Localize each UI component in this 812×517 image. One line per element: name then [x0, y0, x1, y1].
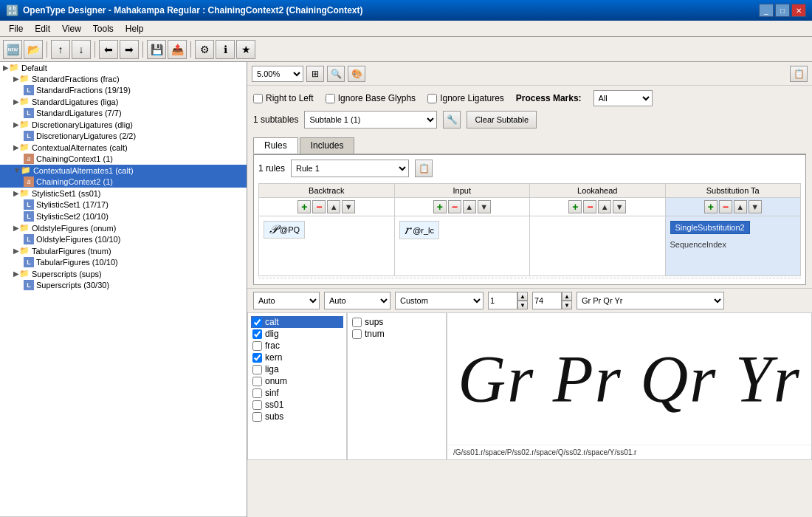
undo-button[interactable]: ↑: [51, 40, 70, 59]
spin-up-1[interactable]: ▲: [517, 292, 528, 301]
rule-icon-button[interactable]: 📋: [415, 160, 433, 177]
zoom-select[interactable]: 5.00% 10.00% 25.00% 50.00% 100.00%: [252, 66, 303, 82]
menu-help[interactable]: Help: [120, 22, 150, 35]
tree-item[interactable]: ▶ 📁OldstyleFigures (onum): [0, 222, 247, 233]
tree-item[interactable]: ▶ 📁ContextualAlternates (calt): [0, 142, 247, 153]
feature-item-calt[interactable]: calt: [251, 316, 343, 328]
feature-item-liga[interactable]: liga: [251, 363, 343, 375]
input-glyph-tag[interactable]: 𝑟 @r_lc: [399, 221, 440, 239]
tree-item[interactable]: ▼ 📁ContextualAlternates1 (calt): [0, 165, 247, 176]
tree-item[interactable]: LDiscretionaryLigatures (2/2): [0, 130, 247, 142]
subtable-icon-button[interactable]: 🔧: [443, 111, 461, 129]
ignore-ligatures-checkbox[interactable]: Ignore Ligatures: [427, 93, 504, 103]
menu-view[interactable]: View: [56, 22, 87, 35]
input-down-button[interactable]: ▼: [478, 200, 491, 213]
fit-button[interactable]: ⊞: [306, 66, 324, 82]
tree-item[interactable]: ▶ 📁StandardLigatures (liga): [0, 96, 247, 107]
tree-item[interactable]: LStandardLigatures (7/7): [0, 107, 247, 119]
ignore-base-glyphs-checkbox[interactable]: Ignore Base Glyphs: [326, 93, 416, 103]
tree-item[interactable]: ▶ 📁Default: [0, 62, 247, 73]
tree-item[interactable]: ▶ 📁StandardFractions (frac): [0, 73, 247, 84]
minimize-button[interactable]: _: [759, 4, 774, 17]
close-button[interactable]: ✕: [791, 4, 806, 17]
lookahead-add-button[interactable]: +: [568, 200, 582, 213]
ot-row2: 1 subtables Subtable 1 (1) 🔧 Clear Subta…: [253, 111, 806, 129]
zoom-in-button[interactable]: 🔍: [327, 66, 345, 82]
backtrack-remove-button[interactable]: −: [312, 200, 326, 213]
sub-add-button[interactable]: +: [704, 200, 718, 213]
tree-item[interactable]: ▶ 📁TabularFigures (tnum): [0, 245, 247, 256]
info-button[interactable]: ℹ: [216, 40, 235, 59]
tree-item[interactable]: LStylisticSet2 (10/10): [0, 210, 247, 222]
tree-area[interactable]: ▶ 📁Default▶ 📁StandardFractions (frac)LSt…: [0, 62, 247, 517]
tree-item[interactable]: LStylisticSet1 (17/17): [0, 199, 247, 210]
spin-down-1[interactable]: ▼: [517, 301, 528, 309]
feature-item-sinf[interactable]: sinf: [251, 387, 343, 399]
text-value-select[interactable]: Gr Pr Qr Yr: [577, 292, 724, 309]
star-button[interactable]: ★: [236, 40, 255, 59]
backtrack-add-button[interactable]: +: [297, 200, 311, 213]
substitution-glyph-tag[interactable]: SingleSubstitution2: [670, 221, 750, 234]
feature-item-sups[interactable]: sups: [351, 316, 443, 328]
dropdown-2[interactable]: Auto: [324, 292, 390, 309]
tree-item[interactable]: LSuperscripts (30/30): [0, 279, 247, 291]
save-button[interactable]: 💾: [147, 40, 166, 59]
clear-subtable-button[interactable]: Clear Subtable: [467, 111, 537, 129]
backtrack-up-button[interactable]: ▲: [327, 200, 340, 213]
panel-toggle-button[interactable]: 📋: [790, 66, 808, 82]
tree-item[interactable]: LTabularFigures (10/10): [0, 256, 247, 268]
input-add-button[interactable]: +: [433, 200, 447, 213]
spin-down-2[interactable]: ▼: [562, 301, 572, 309]
window-controls[interactable]: _ □ ✕: [759, 4, 806, 17]
tree-item[interactable]: ▶ 📁DiscretionaryLigatures (dlig): [0, 119, 247, 130]
spin-input-1[interactable]: [488, 292, 517, 309]
back-button[interactable]: ⬅: [99, 40, 118, 59]
tree-item[interactable]: LStandardFractions (19/19): [0, 84, 247, 96]
new-button[interactable]: 🆕: [3, 40, 22, 59]
spin-up-2[interactable]: ▲: [562, 292, 572, 301]
sub-down-button[interactable]: ▼: [749, 200, 762, 213]
feature-item-onum[interactable]: onum: [251, 375, 343, 387]
color-button[interactable]: 🎨: [348, 66, 365, 82]
feature-item-frac[interactable]: frac: [251, 340, 343, 352]
feature-item-subs[interactable]: subs: [251, 411, 343, 422]
tree-item[interactable]: LOldstyleFigures (10/10): [0, 233, 247, 245]
input-up-button[interactable]: ▲: [463, 200, 476, 213]
sub-up-button[interactable]: ▲: [734, 200, 747, 213]
lookahead-down-button[interactable]: ▼: [613, 200, 626, 213]
tab-includes[interactable]: Includes: [300, 137, 355, 154]
backtrack-down-button[interactable]: ▼: [342, 200, 355, 213]
lookahead-up-button[interactable]: ▲: [598, 200, 611, 213]
feature-item-tnum[interactable]: tnum: [351, 328, 443, 340]
forward-button[interactable]: ➡: [120, 40, 139, 59]
feature-item-kern[interactable]: kern: [251, 352, 343, 363]
dropdown-1[interactable]: Auto: [253, 292, 320, 309]
subtable-select[interactable]: Subtable 1 (1): [304, 111, 437, 129]
sub-remove-button[interactable]: −: [719, 200, 732, 213]
feature-item-dlig[interactable]: dlig: [251, 328, 343, 340]
tree-item[interactable]: aChainingContext1 (1): [0, 153, 247, 165]
menu-tools[interactable]: Tools: [87, 22, 120, 35]
open-button[interactable]: 📂: [24, 40, 43, 59]
settings-button[interactable]: ⚙: [195, 40, 214, 59]
maximize-button[interactable]: □: [775, 4, 790, 17]
tree-item[interactable]: ▶ 📁Superscripts (sups): [0, 268, 247, 279]
redo-button[interactable]: ↓: [72, 40, 91, 59]
rule-select[interactable]: Rule 1: [291, 160, 409, 177]
tree-item[interactable]: ▶ 📁StylisticSet1 (ss01): [0, 188, 247, 199]
spin-input-2[interactable]: [532, 292, 562, 309]
feature-list-left[interactable]: calt dlig frac kern liga onum sinf ss01 …: [247, 312, 347, 460]
tree-item[interactable]: aChainingContext2 (1): [0, 176, 247, 188]
menu-file[interactable]: File: [3, 22, 29, 35]
lookahead-remove-button[interactable]: −: [583, 200, 596, 213]
export-button[interactable]: 📤: [168, 40, 187, 59]
input-remove-button[interactable]: −: [448, 200, 461, 213]
menu-edit[interactable]: Edit: [29, 22, 56, 35]
right-to-left-checkbox[interactable]: Right to Left: [253, 93, 314, 103]
feature-list-right[interactable]: sups tnum: [347, 312, 447, 460]
feature-item-ss01[interactable]: ss01: [251, 399, 343, 411]
backtrack-glyph-tag[interactable]: 𝒫 @PQ: [264, 221, 305, 239]
dropdown-custom[interactable]: Custom: [395, 292, 484, 309]
process-marks-select[interactable]: All: [593, 90, 653, 106]
tab-rules[interactable]: Rules: [253, 137, 298, 154]
